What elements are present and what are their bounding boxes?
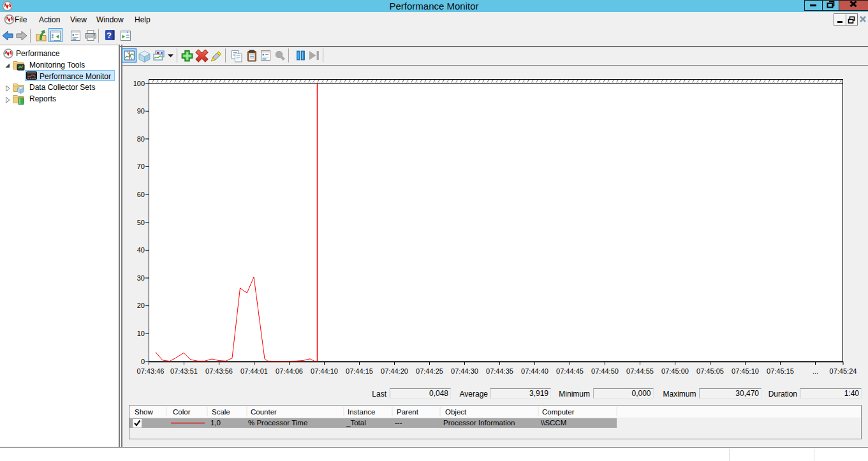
svg-text:60: 60	[137, 191, 145, 198]
svg-text:07:45:10: 07:45:10	[732, 367, 759, 375]
svg-text:07:44:35: 07:44:35	[486, 367, 513, 375]
svg-text:07:44:55: 07:44:55	[626, 367, 654, 375]
svg-text:70: 70	[137, 163, 145, 170]
svg-text:07:43:56: 07:43:56	[205, 367, 233, 375]
svg-text:07:44:01: 07:44:01	[240, 367, 268, 375]
svg-text:07:45:05: 07:45:05	[696, 367, 724, 375]
svg-text:07:44:40: 07:44:40	[521, 367, 548, 375]
svg-text:20: 20	[137, 302, 145, 309]
svg-text:...: ...	[813, 367, 818, 375]
svg-text:10: 10	[137, 330, 145, 337]
svg-text:30: 30	[137, 274, 145, 282]
svg-text:?: ?	[107, 31, 112, 40]
svg-text:80: 80	[137, 135, 145, 143]
svg-text:07:44:15: 07:44:15	[346, 367, 373, 375]
svg-text:50: 50	[137, 219, 145, 226]
svg-text:07:45:15: 07:45:15	[767, 367, 794, 375]
svg-text:07:44:06: 07:44:06	[276, 367, 303, 375]
svg-text:07:45:24: 07:45:24	[830, 367, 857, 375]
svg-text:07:43:46: 07:43:46	[137, 367, 165, 375]
svg-text:40: 40	[137, 246, 145, 254]
svg-text:07:43:51: 07:43:51	[170, 367, 198, 375]
svg-text:0: 0	[141, 358, 145, 365]
svg-text:07:44:50: 07:44:50	[591, 367, 619, 375]
svg-text:90: 90	[137, 107, 145, 115]
svg-text:07:44:30: 07:44:30	[451, 367, 478, 375]
svg-text:07:44:25: 07:44:25	[416, 367, 443, 375]
svg-text:07:44:20: 07:44:20	[381, 367, 408, 375]
svg-text:100: 100	[133, 80, 145, 87]
svg-text:07:44:45: 07:44:45	[556, 367, 584, 375]
svg-text:07:45:00: 07:45:00	[661, 367, 689, 375]
svg-text:07:44:10: 07:44:10	[311, 367, 338, 375]
